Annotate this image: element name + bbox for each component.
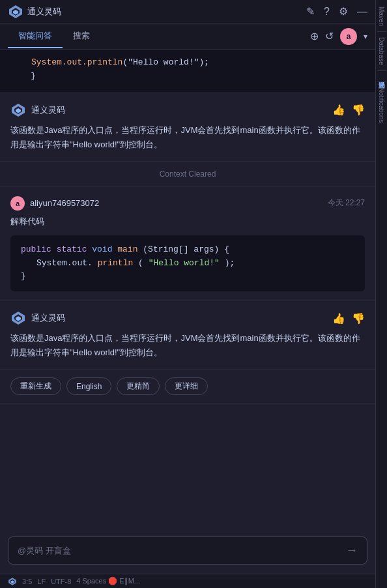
input-area: →: [0, 530, 375, 574]
status-encoding: UTF-8: [51, 578, 71, 585]
ai-name-1: 通义灵码: [31, 104, 65, 116]
kw-println: println: [98, 258, 134, 268]
chevron-down-icon[interactable]: ▾: [364, 32, 367, 41]
ai-info-1: 通义灵码: [10, 102, 65, 118]
sidebar-divider-3: [377, 81, 386, 82]
suggestion-regenerate[interactable]: 重新生成: [10, 377, 61, 395]
ai-message-block-2: 通义灵码 👍 👎 该函数是Java程序的入口点，当程序运行时，JVM会首先找到m…: [0, 301, 375, 370]
code-row-3: }: [21, 270, 354, 284]
user-info: a aliyun7469573072: [10, 196, 99, 211]
code-brace: }: [10, 71, 36, 81]
input-box: →: [8, 537, 367, 565]
code-row-1: public static void main (String[] args) …: [21, 243, 354, 257]
code-token-2: ("Hello world!");: [122, 57, 209, 67]
right-sidebar: Maven Database 通义灵码 Notifications: [375, 0, 387, 588]
kw-brace: }: [21, 271, 26, 281]
title-bar-icons: ✎ ? ⚙ —: [306, 5, 367, 18]
ai-message-header-1: 通义灵码 👍 👎: [10, 102, 365, 118]
suggestion-detailed[interactable]: 更详细: [165, 377, 208, 395]
status-logo: [8, 577, 17, 586]
kw-string: "Hello world!": [149, 258, 220, 268]
ai-message-header-2: 通义灵码 👍 👎: [10, 310, 365, 326]
sidebar-maven[interactable]: Maven: [377, 3, 386, 30]
like-icon-2[interactable]: 👍: [332, 312, 345, 325]
ai-actions-2: 👍 👎: [332, 312, 365, 325]
tab-smart-qa[interactable]: 智能问答: [8, 25, 63, 48]
message-time: 今天 22:27: [328, 198, 365, 209]
send-icon[interactable]: →: [346, 544, 358, 557]
suggestions-bar: 重新生成 English 更精简 更详细: [0, 370, 375, 404]
tab-actions: ⊕ ↺ a ▾: [310, 28, 367, 45]
like-icon-1[interactable]: 👍: [332, 104, 345, 116]
kw-paren: (: [138, 258, 143, 268]
code-line-2: }: [10, 70, 365, 83]
ai-message-text-1: 该函数是Java程序的入口点，当程序运行时，JVM会首先找到main函数并执行它…: [10, 123, 365, 152]
add-session-icon[interactable]: ⊕: [310, 30, 319, 42]
chat-container: System.out.println("Hello world!"); } 通义…: [0, 50, 375, 530]
kw-main: main: [117, 244, 137, 254]
ai-name-2: 通义灵码: [31, 312, 65, 324]
history-icon[interactable]: ↺: [325, 30, 334, 42]
chat-input[interactable]: [18, 546, 341, 555]
dislike-icon-1[interactable]: 👎: [352, 104, 365, 116]
sidebar-database[interactable]: Database: [377, 33, 386, 69]
app-title: 通义灵码: [27, 6, 61, 18]
user-message-header: a aliyun7469573072 今天 22:27: [10, 196, 365, 211]
ai-logo-1: [10, 102, 26, 118]
kw-close: );: [225, 258, 235, 268]
minimize-icon[interactable]: —: [357, 6, 367, 18]
sidebar-divider-1: [377, 31, 386, 32]
user-code-snippet: public static void main (String[] args) …: [10, 235, 365, 291]
title-bar-left: 通义灵码: [8, 4, 61, 20]
code-token: System.out.println: [31, 57, 122, 67]
ai-message-text-2: 该函数是Java程序的入口点，当程序运行时，JVM会首先找到main函数并执行它…: [10, 331, 365, 360]
code-line-1: System.out.println("Hello world!");: [10, 56, 365, 70]
code-row-2: System.out. println ( "Hello world!" );: [21, 257, 354, 271]
code-block-top: System.out.println("Hello world!"); }: [0, 50, 375, 93]
kw-void: void: [92, 244, 112, 254]
edit-icon[interactable]: ✎: [306, 5, 315, 18]
tab-bar: 智能问答 搜索 ⊕ ↺ a ▾: [0, 23, 375, 50]
main-area: 通义灵码 ✎ ? ⚙ — 智能问答 搜索 ⊕ ↺ a ▾ System.out.…: [0, 0, 375, 588]
dislike-icon-2[interactable]: 👎: [352, 312, 365, 325]
sidebar-tongyi[interactable]: 通义灵码: [376, 72, 388, 80]
kw-system: System.out.: [36, 258, 93, 268]
user-message-text: 解释代码: [10, 216, 365, 228]
ai-logo-2: [10, 310, 26, 326]
ai-actions-1: 👍 👎: [332, 104, 365, 116]
ai-info-2: 通义灵码: [10, 310, 65, 326]
user-avatar: a: [10, 196, 25, 211]
title-bar: 通义灵码 ✎ ? ⚙ —: [0, 0, 375, 23]
ai-message-block-1: 通义灵码 👍 👎 该函数是Java程序的入口点，当程序运行时，JVM会首先找到m…: [0, 93, 375, 162]
sidebar-notifications[interactable]: Notifications: [377, 83, 386, 126]
status-lf: LF: [37, 578, 46, 585]
user-name: aliyun7469573072: [30, 198, 99, 208]
status-bar: 3:5 LF UTF-8 4 Spaces 🛑 E∥M...: [0, 574, 375, 588]
help-icon[interactable]: ?: [324, 6, 330, 18]
sidebar-divider-2: [377, 70, 386, 71]
suggestion-simpler[interactable]: 更精简: [117, 377, 160, 395]
tab-search[interactable]: 搜索: [63, 25, 100, 48]
suggestion-english[interactable]: English: [66, 377, 111, 395]
kw-static: static: [57, 244, 87, 254]
app-logo: [8, 4, 23, 20]
kw-args: (String[] args) {: [143, 244, 229, 254]
status-left: 3:5 LF UTF-8 4 Spaces 🛑 E∥M...: [8, 577, 140, 586]
status-extra: 4 Spaces 🛑 E∥M...: [76, 577, 140, 585]
user-message-block: a aliyun7469573072 今天 22:27 解释代码 public …: [0, 187, 375, 301]
user-avatar-btn[interactable]: a: [340, 28, 357, 45]
context-cleared: Context Cleared: [0, 162, 375, 187]
settings-icon[interactable]: ⚙: [339, 5, 348, 18]
status-position: 3:5: [22, 578, 32, 585]
kw-public: public: [21, 244, 51, 254]
